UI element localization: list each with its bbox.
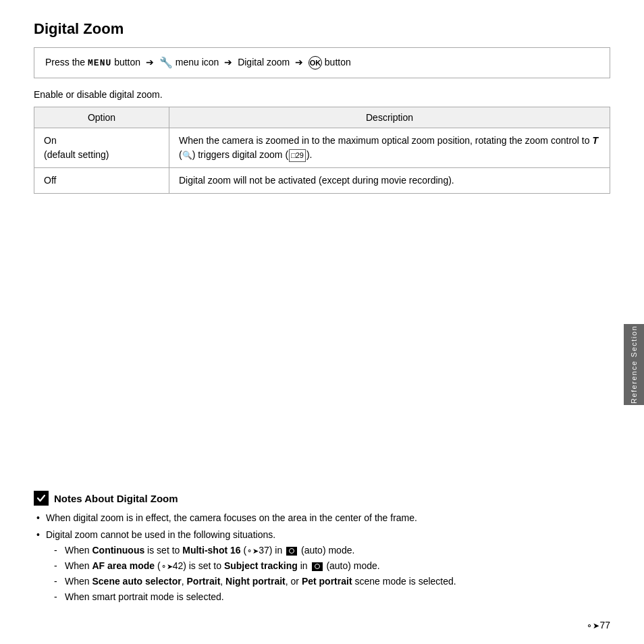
notes-list: When digital zoom is in effect, the came… bbox=[36, 511, 590, 604]
side-tab: Reference Section bbox=[624, 324, 644, 405]
description-on: When the camera is zoomed in to the maxi… bbox=[169, 128, 610, 168]
sub-note-2: When AF area mode (⚬➤42) is set to Subje… bbox=[54, 559, 590, 573]
menu-word: MENU bbox=[88, 58, 111, 68]
sub-notes-list: When Continuous is set to Multi-shot 16 … bbox=[54, 543, 590, 604]
options-table: Option Description On(default setting) W… bbox=[34, 107, 610, 194]
col-header-description: Description bbox=[169, 107, 610, 128]
page-title: Digital Zoom bbox=[34, 20, 610, 38]
option-off: Off bbox=[34, 168, 169, 194]
table-row: Off Digital zoom will not be activated (… bbox=[34, 168, 610, 194]
note-bullet-2: Digital zoom cannot be used in the follo… bbox=[36, 528, 590, 604]
nav-zoom-label: Digital zoom bbox=[238, 57, 292, 68]
nav-button-text: button bbox=[114, 57, 143, 68]
table-row: On(default setting) When the camera is z… bbox=[34, 128, 610, 168]
notes-section: Notes About Digital Zoom When digital zo… bbox=[34, 491, 590, 607]
menu-icon: 🔧 bbox=[159, 57, 173, 68]
notes-header: Notes About Digital Zoom bbox=[34, 491, 590, 506]
nav-prefix: Press the bbox=[45, 57, 88, 68]
col-header-option: Option bbox=[34, 107, 169, 128]
arrow-icon-3: ➔ bbox=[295, 57, 303, 68]
check-icon bbox=[34, 491, 49, 506]
option-on: On(default setting) bbox=[34, 128, 169, 168]
note-bullet-1: When digital zoom is in effect, the came… bbox=[36, 511, 590, 525]
ok-button-icon: OK bbox=[308, 56, 322, 70]
arrow-icon: ➔ bbox=[146, 57, 154, 68]
default-setting-label: (default setting) bbox=[44, 149, 109, 160]
subtitle-text: Enable or disable digital zoom. bbox=[34, 89, 610, 100]
sub-note-1: When Continuous is set to Multi-shot 16 … bbox=[54, 543, 590, 558]
page-number: ⚬➤77 bbox=[586, 620, 610, 630]
description-off: Digital zoom will not be activated (exce… bbox=[169, 168, 610, 194]
side-tab-text: Reference Section bbox=[630, 325, 638, 404]
nav-instruction-box: Press the MENU button ➔ 🔧 menu icon ➔ Di… bbox=[34, 47, 610, 78]
page-sym: ⚬➤ bbox=[586, 621, 599, 630]
arrow-icon-2: ➔ bbox=[224, 57, 232, 68]
sub-note-3: When Scene auto selector, Portrait, Nigh… bbox=[54, 574, 590, 589]
nav-menu-icon-label: menu icon bbox=[176, 57, 221, 68]
sub-note-4: When smart portrait mode is selected. bbox=[54, 590, 590, 604]
nav-ok-label: button bbox=[325, 57, 351, 68]
notes-title: Notes About Digital Zoom bbox=[54, 493, 178, 504]
